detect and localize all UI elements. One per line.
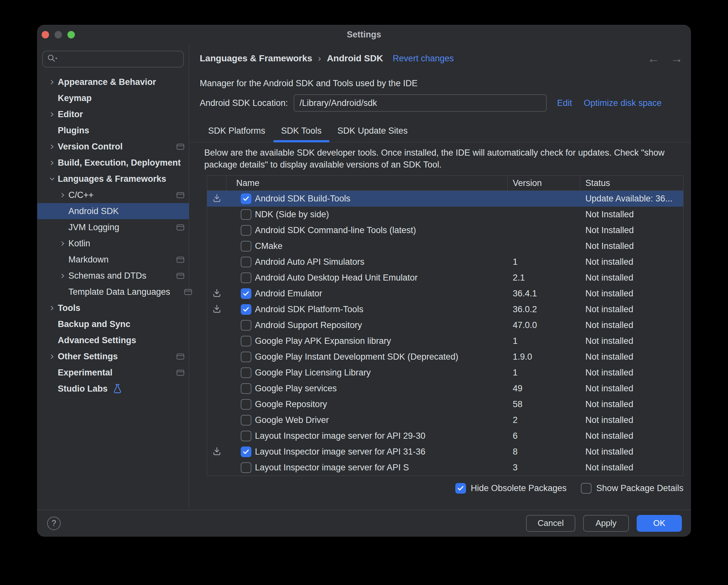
row-checkbox[interactable] (241, 257, 251, 267)
breadcrumb-parent[interactable]: Languages & Frameworks (200, 53, 312, 63)
sidebar-item[interactable]: Experimental (37, 364, 189, 381)
sidebar-item[interactable]: Languages & Frameworks (37, 171, 189, 187)
table-row[interactable]: Google Play Instant Development SDK (Dep… (207, 349, 683, 365)
ok-button[interactable]: OK (637, 515, 682, 532)
table-row[interactable]: Android Auto API Simulators 1 Not instal… (207, 254, 683, 270)
chevron-right-icon[interactable] (49, 79, 58, 85)
forward-arrow-icon[interactable]: → (671, 52, 683, 65)
table-row[interactable]: Android Auto Desktop Head Unit Emulator … (207, 270, 683, 286)
package-name: Android Auto Desktop Head Unit Emulator (255, 273, 418, 283)
chevron-right-icon[interactable] (49, 305, 58, 311)
sidebar-item[interactable]: Other Settings (37, 348, 189, 364)
sidebar-item[interactable]: C/C++ (37, 187, 189, 203)
row-checkbox[interactable] (241, 383, 251, 394)
zoom-button[interactable] (68, 31, 75, 39)
tab[interactable]: SDK Update Sites (338, 120, 408, 142)
minimize-button[interactable] (55, 31, 62, 39)
close-button[interactable] (42, 31, 49, 39)
chevron-right-icon[interactable] (49, 160, 58, 166)
row-checkbox[interactable] (241, 209, 251, 220)
row-checkbox[interactable] (241, 225, 251, 236)
sidebar-item[interactable]: Build, Execution, Deployment (37, 155, 189, 171)
sidebar-search-box[interactable] (42, 51, 184, 68)
table-row[interactable]: NDK (Side by side) Not Installed (207, 207, 683, 223)
table-row[interactable]: Android Emulator 36.4.1 Not installed (207, 286, 683, 302)
row-checkbox[interactable] (241, 462, 251, 473)
chevron-right-icon[interactable] (60, 193, 69, 198)
sidebar-item[interactable]: Backup and Sync (37, 316, 189, 332)
sidebar-item[interactable]: Plugins (37, 122, 189, 138)
row-checkbox[interactable] (241, 320, 251, 331)
sidebar-item[interactable]: Editor (37, 106, 189, 122)
chevron-right-icon[interactable] (49, 144, 58, 150)
row-checkbox[interactable] (241, 399, 251, 410)
table-row[interactable]: Layout Inspector image server for API 29… (207, 428, 683, 444)
sidebar-item[interactable]: Tools (37, 300, 189, 316)
table-options: Hide Obsolete Packages Show Package Deta… (207, 482, 683, 494)
row-checkbox[interactable] (241, 288, 251, 299)
row-checkbox[interactable] (241, 415, 251, 426)
show-details-option[interactable]: Show Package Details (581, 483, 683, 493)
sdk-location-input[interactable] (294, 94, 547, 112)
chevron-right-icon[interactable] (49, 354, 58, 359)
row-checkbox[interactable] (241, 431, 251, 441)
header-name[interactable]: Name (227, 176, 508, 190)
tab-label: SDK Platforms (208, 126, 265, 136)
chevron-right-icon[interactable] (60, 273, 69, 279)
row-checkbox[interactable] (241, 241, 251, 252)
row-checkbox[interactable] (241, 367, 251, 378)
sidebar-item[interactable]: Markdown (37, 252, 189, 268)
tab[interactable]: SDK Tools (281, 120, 322, 142)
package-name: Google Play Licensing Library (255, 368, 371, 378)
header-status[interactable]: Status (580, 176, 683, 190)
help-button[interactable]: ? (47, 516, 61, 530)
tab[interactable]: SDK Platforms (208, 120, 265, 142)
table-row[interactable]: Google Play APK Expansion library 1 Not … (207, 333, 683, 349)
sidebar-item[interactable]: Advanced Settings (37, 332, 189, 348)
sidebar-item[interactable]: Studio Labs (37, 381, 189, 397)
row-checkbox[interactable] (241, 447, 251, 457)
table-row[interactable]: Google Web Driver 2 Not installed (207, 412, 683, 428)
search-input[interactable] (58, 54, 179, 65)
row-checkbox[interactable] (241, 336, 251, 347)
cancel-button[interactable]: Cancel (526, 515, 575, 532)
table-row[interactable]: Layout Inspector image server for API 31… (207, 444, 683, 460)
chevron-right-icon[interactable] (60, 241, 69, 246)
sidebar-item[interactable]: Android SDK (37, 203, 189, 219)
table-row[interactable]: CMake Not Installed (207, 238, 683, 254)
table-row[interactable]: Android SDK Build-Tools Update Available… (207, 191, 683, 207)
sidebar-item[interactable]: JVM Logging (37, 219, 189, 235)
table-row[interactable]: Google Play services 49 Not installed (207, 381, 683, 397)
sidebar-item[interactable]: Keymap (37, 90, 189, 106)
sidebar-item[interactable]: Schemas and DTDs (37, 268, 189, 284)
table-row[interactable]: Layout Inspector image server for API S … (207, 460, 683, 476)
chevron-right-icon[interactable] (49, 112, 58, 117)
row-checkbox[interactable] (241, 194, 251, 204)
settings-content: Languages & Frameworks › Android SDK Rev… (189, 44, 691, 510)
row-version-cell: 1.9.0 (508, 349, 580, 365)
row-checkbox[interactable] (241, 352, 251, 362)
sidebar-item[interactable]: Kotlin (37, 235, 189, 252)
hide-obsolete-checkbox[interactable] (455, 483, 466, 493)
sidebar-item[interactable]: Appearance & Behavior (37, 74, 189, 90)
sidebar-item[interactable]: Template Data Languages (37, 284, 189, 300)
sidebar-item[interactable]: Version Control (37, 138, 189, 155)
edit-link[interactable]: Edit (557, 98, 572, 108)
table-row[interactable]: Android SDK Platform-Tools 36.0.2 Not in… (207, 302, 683, 317)
back-arrow-icon[interactable]: ← (647, 52, 659, 65)
table-body: Android SDK Build-Tools Update Available… (207, 191, 683, 476)
row-checkbox[interactable] (241, 273, 251, 283)
hide-obsolete-option[interactable]: Hide Obsolete Packages (455, 483, 567, 493)
optimize-disk-space-link[interactable]: Optimize disk space (584, 98, 662, 108)
sidebar-item-label: JVM Logging (69, 223, 120, 232)
header-version[interactable]: Version (508, 176, 580, 190)
table-row[interactable]: Android Support Repository 47.0.0 Not in… (207, 317, 683, 333)
show-details-checkbox[interactable] (581, 483, 592, 493)
title-bar: Settings (37, 25, 691, 44)
revert-changes-link[interactable]: Revert changes (393, 54, 454, 63)
row-checkbox[interactable] (241, 304, 251, 315)
table-row[interactable]: Google Play Licensing Library 1 Not inst… (207, 365, 683, 381)
apply-button[interactable]: Apply (583, 515, 629, 532)
table-row[interactable]: Google Repository 58 Not installed (207, 397, 683, 412)
table-row[interactable]: Android SDK Command-line Tools (latest) … (207, 223, 683, 238)
